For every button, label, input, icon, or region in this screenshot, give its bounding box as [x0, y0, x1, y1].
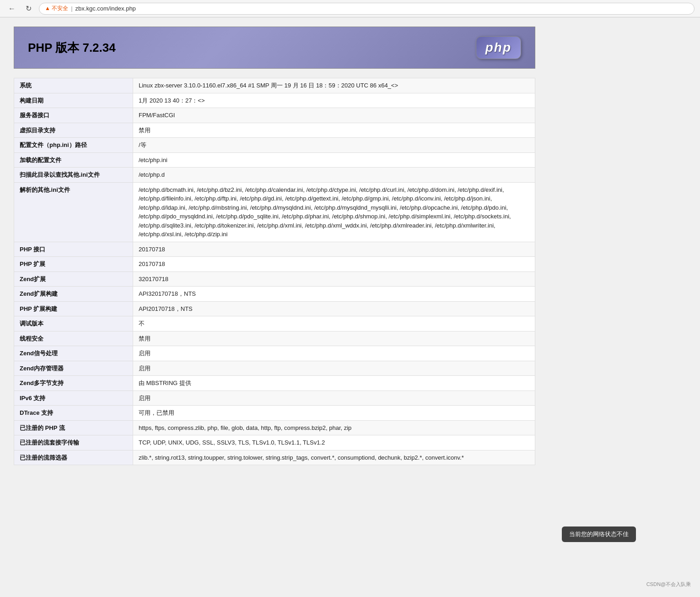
table-row: PHP 接口20170718 — [14, 242, 535, 257]
table-row: Zend扩展320170718 — [14, 271, 535, 287]
row-value: https, ftps, compress.zlib, php, file, g… — [133, 420, 535, 435]
row-label: DTrace 支持 — [14, 406, 133, 421]
php-version-title: PHP 版本 7.2.34 — [28, 40, 116, 56]
row-label: Zend多字节支持 — [14, 376, 133, 391]
table-row: PHP 扩展20170718 — [14, 257, 535, 272]
table-row: 解析的其他.ini文件/etc/php.d/bcmath.ini, /etc/p… — [14, 182, 535, 242]
table-row: PHP 扩展构建API20170718，NTS — [14, 301, 535, 316]
security-warning: ▲ 不安全 — [45, 5, 68, 12]
table-row: IPv6 支持启用 — [14, 391, 535, 406]
table-row: 服务器接口FPM/FastCGI — [14, 108, 535, 123]
table-row: Zend内存管理器启用 — [14, 361, 535, 376]
row-value: 1月 2020 13 40：27：<> — [133, 93, 535, 108]
table-row: Zend扩展构建API320170718，NTS — [14, 287, 535, 302]
row-value: 禁用 — [133, 331, 535, 346]
row-value: API320170718，NTS — [133, 287, 535, 302]
reload-button[interactable]: ↻ — [23, 3, 34, 14]
row-label: 线程安全 — [14, 331, 133, 346]
table-row: 加载的配置文件/etc/php.ini — [14, 152, 535, 168]
row-value: zlib.*, string.rot13, string.toupper, st… — [133, 450, 535, 465]
row-label: Zend内存管理器 — [14, 361, 133, 376]
php-logo: php — [476, 36, 521, 59]
row-label: 配置文件（php.ini）路径 — [14, 138, 133, 153]
row-label: 虚拟目录支持 — [14, 123, 133, 138]
row-label: 扫描此目录以查找其他.ini文件 — [14, 168, 133, 183]
table-row: DTrace 支持可用，已禁用 — [14, 406, 535, 421]
row-label: PHP 扩展构建 — [14, 301, 133, 316]
table-row: 已注册的流套接字传输TCP, UDP, UNIX, UDG, SSL, SSLV… — [14, 435, 535, 450]
row-value: 可用，已禁用 — [133, 406, 535, 421]
row-value: /etc/php.ini — [133, 152, 535, 168]
row-label: PHP 扩展 — [14, 257, 133, 272]
row-value: /etc/php.d/bcmath.ini, /etc/php.d/bz2.in… — [133, 182, 535, 242]
row-label: 系统 — [14, 78, 133, 93]
browser-chrome: ← ↻ ▲ 不安全 | zbx.kgc.com/index.php — [0, 0, 700, 17]
row-value: 禁用 — [133, 123, 535, 138]
row-label: 构建日期 — [14, 93, 133, 108]
row-value: API20170718，NTS — [133, 301, 535, 316]
back-button[interactable]: ← — [5, 4, 18, 14]
row-value: /等 — [133, 138, 535, 153]
row-label: 已注册的 PHP 流 — [14, 420, 133, 435]
table-row: 线程安全禁用 — [14, 331, 535, 346]
row-value: 320170718 — [133, 271, 535, 287]
row-label: 调试版本 — [14, 316, 133, 331]
table-row: 调试版本不 — [14, 316, 535, 331]
page-container: PHP 版本 7.2.34 php 系统Linux zbx-server 3.1… — [0, 17, 549, 474]
row-label: Zend信号处理 — [14, 346, 133, 361]
table-row: 已注册的流筛选器zlib.*, string.rot13, string.tou… — [14, 450, 535, 465]
address-url: zbx.kgc.com/index.php — [75, 5, 136, 12]
row-value: 由 MBSTRING 提供 — [133, 376, 535, 391]
table-row: 已注册的 PHP 流https, ftps, compress.zlib, ph… — [14, 420, 535, 435]
row-value: 启用 — [133, 346, 535, 361]
row-value: FPM/FastCGI — [133, 108, 535, 123]
row-value: Linux zbx-server 3.10.0-1160.el7.x86_64 … — [133, 78, 535, 93]
address-bar[interactable]: ▲ 不安全 | zbx.kgc.com/index.php — [39, 3, 695, 15]
row-label: Zend扩展构建 — [14, 287, 133, 302]
row-label: IPv6 支持 — [14, 391, 133, 406]
row-value: 启用 — [133, 361, 535, 376]
address-separator: | — [71, 5, 72, 12]
table-row: Zend信号处理启用 — [14, 346, 535, 361]
php-info-table: 系统Linux zbx-server 3.10.0-1160.el7.x86_6… — [14, 78, 535, 465]
row-value: 启用 — [133, 391, 535, 406]
row-value: 不 — [133, 316, 535, 331]
row-value: 20170718 — [133, 242, 535, 257]
table-row: 扫描此目录以查找其他.ini文件/etc/php.d — [14, 168, 535, 183]
row-label: 服务器接口 — [14, 108, 133, 123]
table-row: 系统Linux zbx-server 3.10.0-1160.el7.x86_6… — [14, 78, 535, 93]
table-row: Zend多字节支持由 MBSTRING 提供 — [14, 376, 535, 391]
row-value: 20170718 — [133, 257, 535, 272]
table-row: 构建日期1月 2020 13 40：27：<> — [14, 93, 535, 108]
row-label: 已注册的流筛选器 — [14, 450, 133, 465]
php-logo-text: php — [485, 40, 512, 55]
php-header-banner: PHP 版本 7.2.34 php — [14, 27, 535, 69]
row-value: TCP, UDP, UNIX, UDG, SSL, SSLV3, TLS, TL… — [133, 435, 535, 450]
row-label: 已注册的流套接字传输 — [14, 435, 133, 450]
table-row: 配置文件（php.ini）路径/等 — [14, 138, 535, 153]
row-label: Zend扩展 — [14, 271, 133, 287]
row-label: PHP 接口 — [14, 242, 133, 257]
row-value: /etc/php.d — [133, 168, 535, 183]
row-label: 解析的其他.ini文件 — [14, 182, 133, 242]
row-label: 加载的配置文件 — [14, 152, 133, 168]
table-row: 虚拟目录支持禁用 — [14, 123, 535, 138]
